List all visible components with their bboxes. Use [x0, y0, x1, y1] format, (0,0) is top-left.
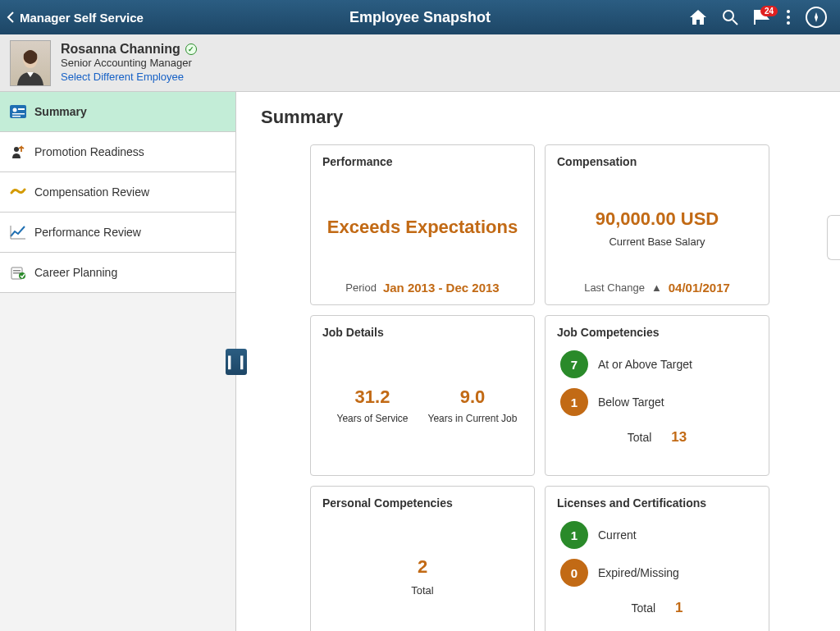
total-label: Total [632, 601, 656, 615]
svg-point-2 [787, 10, 790, 13]
svg-point-4 [787, 21, 790, 25]
kebab-icon [786, 9, 791, 25]
card-title: Performance [322, 155, 523, 168]
page-title: Employee Snapshot [349, 9, 491, 26]
sidebar-label: Career Planning [34, 266, 117, 279]
career-icon [10, 264, 26, 281]
nav-button[interactable] [806, 7, 827, 28]
sidebar-label: Performance Review [34, 226, 141, 239]
sidebar-label: Compensation Review [34, 185, 149, 199]
employee-header: Rosanna Channing Senior Accounting Manag… [0, 34, 840, 92]
below-target-count: 1 [560, 388, 588, 416]
related-actions-tab[interactable] [827, 215, 840, 260]
card-compensation[interactable]: Compensation 90,000.00 USD Current Base … [545, 144, 769, 305]
svg-point-7 [13, 108, 17, 112]
expired-count: 0 [560, 559, 588, 587]
body-layout: Summary Promotion Readiness Compensation… [0, 92, 840, 631]
above-target-label: At or Above Target [598, 358, 692, 371]
select-employee-link[interactable]: Select Different Employee [61, 71, 184, 83]
search-button[interactable] [722, 9, 738, 25]
card-title: Compensation [557, 155, 757, 168]
trend-up-icon: ▲ [651, 281, 662, 294]
last-change-label: Last Change [584, 281, 645, 294]
svg-point-3 [787, 16, 790, 19]
svg-point-11 [14, 147, 19, 152]
total-label: Total [628, 431, 652, 444]
card-performance[interactable]: Performance Exceeds Expectations Period … [310, 144, 535, 305]
employee-name-row: Rosanna Channing [61, 42, 197, 57]
salary-amount: 90,000.00 USD [596, 208, 719, 231]
years-job-label: Years in Current Job [426, 413, 519, 424]
back-label: Manager Self Service [20, 11, 144, 25]
total-value: 13 [671, 429, 687, 445]
notifications-button[interactable]: 24 [753, 9, 771, 25]
employee-name: Rosanna Channing [61, 42, 180, 57]
sidebar-item-promotion[interactable]: Promotion Readiness [0, 132, 235, 172]
svg-rect-9 [12, 113, 25, 115]
years-job-value: 9.0 [426, 386, 519, 408]
home-icon [689, 9, 707, 25]
years-service-label: Years of Service [326, 413, 419, 424]
total-value: 1 [675, 600, 682, 615]
employee-avatar [10, 40, 51, 86]
current-count: 1 [560, 521, 588, 549]
expired-label: Expired/Missing [598, 566, 679, 579]
notification-badge: 24 [760, 6, 778, 16]
period-label: Period [345, 281, 377, 294]
above-target-count: 7 [560, 350, 588, 378]
topbar-actions: 24 [689, 7, 833, 28]
employee-title: Senior Accounting Manager [61, 57, 197, 69]
sidebar: Summary Promotion Readiness Compensation… [0, 92, 236, 631]
below-target-label: Below Target [598, 396, 664, 409]
collapse-icon: ❙❙ [224, 354, 249, 369]
card-personal-competencies[interactable]: Personal Competencies 2 Total [310, 486, 535, 631]
last-change-value: 04/01/2017 [669, 281, 730, 295]
svg-line-1 [733, 20, 737, 25]
top-bar: Manager Self Service Employee Snapshot 2… [0, 0, 840, 34]
card-title: Personal Competencies [322, 496, 523, 510]
performance-rating: Exceeds Expectations [327, 216, 518, 240]
svg-rect-8 [18, 108, 25, 110]
card-job-details[interactable]: Job Details 31.2 Years of Service 9.0 Ye… [310, 315, 535, 476]
menu-button[interactable] [786, 9, 791, 25]
content-heading: Summary [261, 107, 815, 128]
card-job-competencies[interactable]: Job Competencies 7 At or Above Target 1 … [545, 315, 769, 476]
personal-count: 2 [418, 556, 427, 579]
salary-sublabel: Current Base Salary [609, 235, 705, 248]
sidebar-item-summary[interactable]: Summary [0, 92, 235, 132]
home-button[interactable] [689, 9, 707, 25]
years-service-value: 31.2 [326, 386, 419, 408]
compass-icon [806, 7, 827, 28]
svg-rect-16 [13, 272, 21, 274]
performance-icon [10, 224, 26, 240]
card-grid: Performance Exceeds Expectations Period … [310, 144, 769, 631]
sidebar-item-performance[interactable]: Performance Review [0, 213, 235, 253]
sidebar-label: Promotion Readiness [34, 145, 144, 158]
personal-label: Total [411, 584, 433, 597]
sidebar-item-career[interactable]: Career Planning [0, 253, 235, 293]
period-value: Jan 2013 - Dec 2013 [383, 281, 500, 295]
card-title: Job Competencies [557, 326, 757, 339]
summary-icon [10, 103, 26, 120]
current-label: Current [598, 528, 637, 542]
sidebar-item-compensation[interactable]: Compensation Review [0, 172, 235, 213]
compensation-icon [10, 184, 26, 200]
chevron-left-icon [7, 11, 15, 23]
card-licenses[interactable]: Licenses and Certifications 1 Current 0 … [545, 486, 769, 631]
promotion-icon [10, 144, 26, 160]
svg-point-0 [724, 11, 733, 21]
employee-info: Rosanna Channing Senior Accounting Manag… [61, 42, 197, 84]
back-button[interactable]: Manager Self Service [7, 11, 144, 25]
search-icon [722, 9, 738, 25]
main-content: Summary Performance Exceeds Expectations… [236, 92, 840, 631]
status-indicator-icon [185, 43, 197, 55]
card-title: Licenses and Certifications [557, 496, 757, 510]
card-title: Job Details [322, 326, 523, 339]
sidebar-collapse-toggle[interactable]: ❙❙ [226, 349, 247, 375]
sidebar-label: Summary [34, 105, 87, 118]
svg-rect-15 [13, 270, 21, 272]
svg-rect-10 [12, 116, 21, 117]
